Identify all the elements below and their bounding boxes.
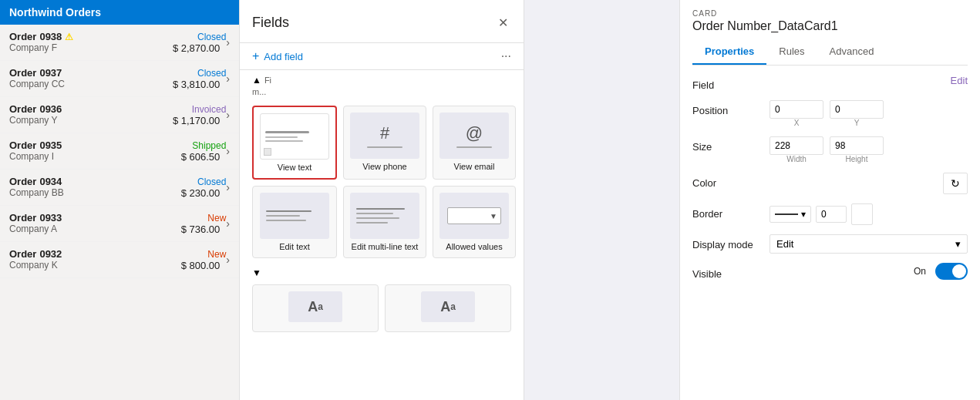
order-company: Company Y xyxy=(9,115,57,126)
border-value: ▾ xyxy=(770,203,968,225)
toggle-slider xyxy=(935,263,968,280)
order-number: Order 0934 Closed xyxy=(9,176,226,187)
position-y-input[interactable] xyxy=(830,100,884,119)
bottom-controls-grid: Aa Aa xyxy=(240,281,524,338)
at-icon: @ xyxy=(466,123,483,143)
order-item[interactable]: Order 0935 Shipped Company I $ 606.50 › xyxy=(0,133,239,170)
section-header: ▲ Fi xyxy=(240,70,524,87)
border-width-input[interactable] xyxy=(816,206,847,223)
display-mode-dropdown-arrow: ▾ xyxy=(955,238,961,250)
height-group: Height xyxy=(830,136,884,163)
chevron-icon: › xyxy=(226,72,230,85)
edit-multiline-label: Edit multi-line text xyxy=(352,242,419,251)
allowed-values-card[interactable]: ▼ Allowed values xyxy=(433,186,516,258)
right-panel: CARD Order Number_DataCard1 Properties R… xyxy=(679,0,980,400)
color-property-row: Color ↻ xyxy=(692,173,968,194)
order-list: Order 0938 ⚠ Closed Company F $ 2,870.00… xyxy=(0,25,239,400)
order-status: Shipped xyxy=(192,140,226,151)
order-status: New xyxy=(207,213,226,224)
order-amount: $ 1,170.00 xyxy=(173,115,220,126)
chevron-icon: › xyxy=(226,109,230,121)
right-header: CARD Order Number_DataCard1 Properties R… xyxy=(680,0,980,66)
size-row: Width Height xyxy=(770,136,884,163)
view-phone-label: View phone xyxy=(362,162,406,171)
border-color-swatch[interactable] xyxy=(851,203,873,225)
position-value: X Y xyxy=(770,100,968,127)
section-fields-fi: m... xyxy=(240,87,524,99)
order-item[interactable]: Order 0938 ⚠ Closed Company F $ 2,870.00… xyxy=(0,25,239,61)
border-style-select[interactable]: ▾ xyxy=(770,206,811,223)
border-line-preview xyxy=(775,213,798,215)
display-mode-select[interactable]: Edit ▾ xyxy=(770,234,968,254)
order-item[interactable]: Order 0936 Invoiced Company Y $ 1,170.00… xyxy=(0,97,239,133)
order-info: Order 0934 Closed Company BB $ 230.00 xyxy=(9,176,226,199)
visible-toggle[interactable] xyxy=(935,263,968,280)
order-number: Order 0938 ⚠ Closed xyxy=(9,31,226,42)
order-company: Company A xyxy=(9,224,57,235)
height-input[interactable] xyxy=(830,136,884,155)
order-item[interactable]: Order 0932 New Company K $ 800.00 › xyxy=(0,242,239,278)
view-phone-card[interactable]: # View phone xyxy=(343,106,426,180)
tab-rules[interactable]: Rules xyxy=(766,39,817,65)
preview-line xyxy=(265,131,309,133)
edit-link[interactable]: Edit xyxy=(951,75,968,86)
edit-text-card[interactable]: Edit text xyxy=(252,186,337,258)
border-label: Border xyxy=(692,203,770,220)
bottom-section-chevron[interactable]: ▼ xyxy=(252,267,261,278)
order-item[interactable]: Order 0937 Closed Company CC $ 3,810.00 … xyxy=(0,61,239,97)
add-field-button[interactable]: + Add field xyxy=(252,49,303,63)
view-text-card[interactable]: View text xyxy=(252,106,337,180)
left-header: Northwind Orders xyxy=(0,0,239,25)
display-mode-property-row: Display mode Edit ▾ xyxy=(692,234,968,254)
more-button[interactable]: ··· xyxy=(501,49,511,63)
order-amount: $ 3,810.00 xyxy=(173,79,220,90)
tab-properties[interactable]: Properties xyxy=(692,39,766,65)
size-label: Size xyxy=(692,136,770,153)
section-chevron-up[interactable]: ▲ xyxy=(252,75,261,86)
aa-control-2[interactable]: Aa xyxy=(385,284,511,332)
allowed-values-label: Allowed values xyxy=(446,242,502,251)
view-email-card[interactable]: @ View email xyxy=(433,106,516,180)
warn-icon: ⚠ xyxy=(65,32,73,42)
chevron-icon: › xyxy=(226,181,230,193)
edit-line-short xyxy=(266,215,300,217)
order-company: Company CC xyxy=(9,79,65,90)
aa-preview-1: Aa xyxy=(288,291,342,322)
card-label: CARD xyxy=(692,9,968,18)
view-text-label: View text xyxy=(278,163,312,172)
size-property-row: Size Width Height xyxy=(692,136,968,163)
tab-advanced[interactable]: Advanced xyxy=(817,39,887,65)
color-picker-button[interactable]: ↻ xyxy=(943,173,968,194)
edit-multiline-card[interactable]: Edit multi-line text xyxy=(343,186,426,258)
fields-header: Fields ✕ xyxy=(240,0,524,43)
order-number: Order 0935 Shipped xyxy=(9,139,226,151)
order-item[interactable]: Order 0934 Closed Company BB $ 230.00 › xyxy=(0,170,239,206)
edit-line xyxy=(266,210,312,212)
size-inputs: Width Height xyxy=(770,136,884,163)
order-info: Order 0936 Invoiced Company Y $ 1,170.00 xyxy=(9,103,226,126)
order-company: Company K xyxy=(9,260,58,271)
fields-title: Fields xyxy=(252,15,289,31)
order-item[interactable]: Order 0933 New Company A $ 736.00 › xyxy=(0,206,239,242)
aa-preview-2: Aa xyxy=(421,291,475,322)
position-x-input[interactable] xyxy=(770,100,823,119)
order-company: Company BB xyxy=(9,187,64,199)
order-info: Order 0937 Closed Company CC $ 3,810.00 xyxy=(9,67,226,90)
order-status: New xyxy=(207,249,226,260)
x-label: X xyxy=(794,119,800,127)
aa-control-1[interactable]: Aa xyxy=(252,284,379,332)
order-status: Closed xyxy=(197,176,226,187)
tabs-row: Properties Rules Advanced xyxy=(692,39,968,66)
width-input[interactable] xyxy=(770,136,823,155)
order-number: Order 0932 New xyxy=(9,248,226,260)
field-property-row: Field Edit xyxy=(692,75,968,91)
color-value: ↻ xyxy=(770,173,968,194)
field-value: Edit xyxy=(770,75,968,86)
display-mode-value-text: Edit xyxy=(776,238,793,250)
preview-line-short xyxy=(265,136,298,138)
chevron-icon: › xyxy=(226,254,230,266)
dropdown-arrow-icon: ▼ xyxy=(490,212,497,220)
close-button[interactable]: ✕ xyxy=(495,12,511,33)
add-field-row: + Add field ··· xyxy=(240,43,524,70)
view-email-label: View email xyxy=(454,162,495,171)
